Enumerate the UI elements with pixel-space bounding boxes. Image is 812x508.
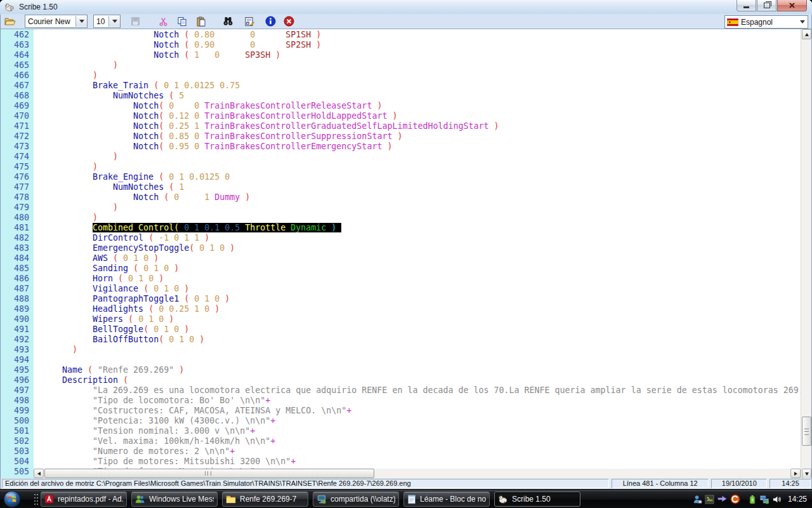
vertical-scrollbar-thumb[interactable] (802, 417, 811, 446)
size-combobox[interactable]: 10 (93, 15, 121, 28)
sync-arrows-icon[interactable] (717, 495, 728, 504)
language-combobox[interactable]: Espagnol (724, 15, 808, 29)
code-line[interactable]: "Vel. maxima: 100km/h-140km/h \n\n"+ (37, 436, 801, 446)
code-line[interactable]: "Numero de motores: 2 \n\n"+ (37, 446, 801, 457)
status-cursor-position: Línea 481 - Columna 12 (612, 479, 709, 488)
code-line[interactable]: "Tension nominal: 3.000 v \n\n"+ (37, 426, 801, 436)
taskbar-button-renfe-folder[interactable]: Renfe 269.269-7 (222, 491, 308, 507)
taskbar-button-label: compartida (\\olatz)... (331, 495, 395, 504)
open-file-button[interactable] (3, 15, 17, 28)
code-line[interactable]: ) (37, 70, 801, 81)
taskbar-clock[interactable]: 14:25 (788, 495, 809, 504)
preview-button[interactable] (242, 15, 256, 28)
code-line-selected[interactable]: Combined_Control( 0 1 0.1 0.5 Throttle D… (37, 223, 801, 233)
scroll-right-button[interactable] (790, 469, 801, 478)
find-button[interactable] (221, 15, 235, 28)
network-icon[interactable] (759, 495, 769, 504)
restore-button[interactable] (757, 0, 776, 11)
code-line[interactable]: Description ( (37, 375, 801, 385)
cut-button[interactable] (156, 15, 170, 28)
code-line[interactable]: Horn ( 0 1 0 ) (37, 274, 801, 284)
copy-button[interactable] (175, 15, 189, 28)
code-line[interactable]: Wipers ( 0 1 0 ) (37, 314, 801, 324)
code-line[interactable]: Notch( 0 0 TrainBrakesControllerReleaseS… (37, 101, 801, 111)
taskbar-button-label: Léame - Bloc de not... (420, 495, 486, 504)
code-line[interactable]: "La 269.269 es una locomotora electrica … (37, 385, 801, 396)
line-number: 504 (1, 457, 34, 467)
language-combobox-arrow[interactable] (797, 17, 808, 27)
code-line[interactable]: Vigilance ( 0 1 0 ) (37, 284, 801, 294)
code-line[interactable]: Brake_Train ( 0 1 0.0125 0.75 (37, 81, 801, 91)
titlebar[interactable]: Scribe 1.50 (0, 0, 812, 15)
volume-icon[interactable] (772, 495, 782, 504)
taskbar-button-scribe[interactable]: Scribe 1.50 (494, 491, 580, 507)
app-tray-icon[interactable] (705, 495, 714, 504)
line-number: 505 (1, 467, 34, 477)
code-line[interactable]: Sanding ( 0 1 0 ) (37, 264, 801, 274)
line-number: 494 (1, 355, 34, 365)
line-number: 502 (1, 436, 34, 446)
horizontal-scrollbar[interactable] (34, 469, 801, 479)
taskbar-button-leame-notepad[interactable]: Léame - Bloc de not... (403, 491, 490, 507)
code-line[interactable]: ) (37, 345, 801, 355)
close-icon (789, 3, 795, 8)
code-line[interactable]: Notch( 0.12 0 TrainBrakesControllerHoldL… (37, 111, 801, 121)
code-line[interactable]: AWS ( 0 1 0 ) (37, 253, 801, 264)
taskbar-grip[interactable] (34, 493, 38, 505)
code-line[interactable] (37, 355, 801, 365)
taskbar-button-messenger[interactable]: Windows Live Mess... (131, 491, 218, 507)
code-line[interactable]: Notch( 0.95 0 TrainBrakesControllerEmerg… (37, 142, 801, 152)
code-line[interactable]: PantographToggle1 ( 0 1 0 ) (37, 294, 801, 304)
taskbar-button-compartida[interactable]: compartida (\\olatz)... (313, 491, 399, 507)
code-line[interactable]: ) (37, 60, 801, 70)
code-line[interactable]: Headlights ( 0 0.25 1 0 ) (37, 304, 801, 314)
close-button[interactable] (777, 0, 807, 11)
code-line[interactable]: ) (37, 203, 801, 213)
status-bar: Edición del archivo de motriz C:\Program… (1, 478, 811, 489)
battery-icon[interactable] (748, 495, 757, 504)
scroll-up-button[interactable] (802, 29, 811, 39)
code-area[interactable]: Notch ( 0.80 0 SP1SH ) Notch ( 0.90 0 SP… (34, 29, 801, 469)
line-number: 476 (1, 172, 34, 182)
horizontal-scrollbar-thumb[interactable] (44, 469, 374, 478)
taskbar-button-repintados-pdf[interactable]: repintados.pdf - Ad... (41, 491, 127, 507)
size-combobox-arrow[interactable] (108, 16, 120, 27)
font-combobox-arrow[interactable] (75, 16, 87, 27)
line-number: 467 (1, 81, 34, 91)
code-line[interactable]: ) (37, 213, 801, 223)
vertical-scrollbar[interactable] (801, 29, 811, 479)
start-button[interactable] (3, 490, 21, 508)
minimize-button[interactable] (737, 0, 756, 11)
code-line[interactable]: Notch ( 0.90 0 SP2SH ) (37, 40, 801, 50)
code-line[interactable]: Notch ( 1 0 SP3SH ) (37, 50, 801, 60)
code-line[interactable]: Notch ( 0 1 Dummy ) (37, 192, 801, 203)
security-icon[interactable] (730, 494, 740, 504)
code-line[interactable]: "Tipo de locomotora: Bo' Bo' \n\n"+ (37, 396, 801, 406)
code-line[interactable]: ) (37, 152, 801, 162)
code-line[interactable]: NumNotches ( 1 (37, 182, 801, 192)
line-number: 493 (1, 345, 34, 355)
code-line[interactable]: NumNotches ( 5 (37, 91, 801, 101)
line-number: 474 (1, 152, 34, 162)
scroll-down-button[interactable] (802, 469, 811, 479)
code-line[interactable]: "Tipo de motores: Mitsubishi 3200 \n\n"+ (37, 457, 801, 467)
code-line[interactable]: Name ( "Renfe 269.269" ) (37, 365, 801, 375)
code-line[interactable]: "Potencia: 3100 kW (4300c.v.) \n\n"+ (37, 416, 801, 426)
code-line[interactable]: BellToggle( 0 1 0 ) (37, 324, 801, 335)
save-button[interactable] (128, 15, 142, 28)
font-combobox[interactable]: Courier New (25, 15, 88, 28)
code-line[interactable]: Notch( 0.85 0 TrainBrakesControllerSuppr… (37, 131, 801, 142)
paste-button[interactable] (194, 15, 208, 28)
code-line[interactable]: "Costructores: CAF, MACOSA, ATEINSA y ME… (37, 406, 801, 416)
messenger-status-icon[interactable] (693, 495, 702, 504)
code-line[interactable]: DirControl ( -1 0 1 1 ) (37, 233, 801, 243)
scroll-left-button[interactable] (34, 469, 44, 478)
code-line[interactable]: Notch( 0.25 1 TrainBrakesControllerGradu… (37, 121, 801, 131)
code-line[interactable]: Brake_Engine ( 0 1 0.0125 0 (37, 172, 801, 182)
code-line[interactable]: EmergencyStopToggle( 0 1 0 ) (37, 243, 801, 253)
exit-button[interactable] (282, 15, 296, 28)
info-button[interactable] (263, 15, 277, 28)
code-line[interactable]: Notch ( 0.80 0 SP1SH ) (37, 30, 801, 40)
code-line[interactable]: ) (37, 162, 801, 172)
code-line[interactable]: BailOffButton( 0 1 0 ) (37, 335, 801, 345)
